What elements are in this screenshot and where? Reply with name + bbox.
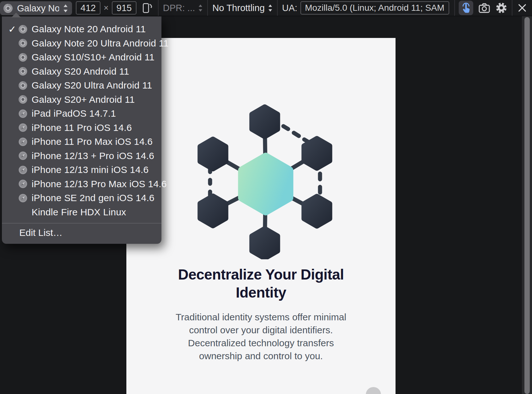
chrome-icon xyxy=(18,81,32,90)
safari-icon xyxy=(18,165,32,175)
device-menu-item[interactable]: iPhone 11 Pro Max iOS 14.6 xyxy=(2,135,161,149)
device-menu-item-label: iPhone 11 Pro Max iOS 14.6 xyxy=(32,136,153,147)
device-dropdown-menu: ✓Galaxy Note 20 Android 11Galaxy Note 20… xyxy=(2,16,161,244)
scrollbar-track[interactable] xyxy=(522,16,532,394)
hexagon-network-illustration xyxy=(126,38,396,259)
toolbar-divider xyxy=(454,0,455,16)
rotate-viewport-button[interactable] xyxy=(140,1,154,15)
viewport-height-input[interactable] xyxy=(112,1,136,15)
camera-icon xyxy=(478,2,491,14)
device-menu-item-label: iPad iPadOS 14.7.1 xyxy=(32,108,116,119)
viewport-width-input[interactable] xyxy=(76,1,100,15)
touch-icon xyxy=(461,2,471,14)
device-menu-item[interactable]: iPhone 11 Pro iOS 14.6 xyxy=(2,121,161,135)
device-menu-item[interactable]: Kindle Fire HDX Linux xyxy=(2,205,161,219)
chrome-icon xyxy=(18,53,32,62)
device-select-button[interactable]: Galaxy Note... xyxy=(0,1,72,15)
chrome-icon xyxy=(18,67,32,76)
user-agent-input[interactable] xyxy=(300,1,449,15)
dropdown-arrow-notch xyxy=(11,13,21,17)
throttling-label: No Throttling xyxy=(212,3,265,13)
device-toolbar: Galaxy Note... × DPR: ... No Throttling … xyxy=(0,0,532,16)
device-menu-item[interactable]: iPhone 12/13 + Pro iOS 14.6 xyxy=(2,149,161,163)
device-menu-item[interactable]: iPhone SE 2nd gen iOS 14.6 xyxy=(2,191,161,205)
device-menu-item-label: iPhone SE 2nd gen iOS 14.6 xyxy=(32,193,154,203)
device-menu-item-label: Galaxy Note 20 Ultra Android 11 xyxy=(32,38,169,49)
checkmark-icon: ✓ xyxy=(2,24,18,35)
device-menu-item-label: Galaxy S20 Ultra Android 11 xyxy=(32,80,152,91)
paragraph-line: ownership and control to you. xyxy=(163,349,359,362)
chrome-icon xyxy=(18,39,32,48)
device-menu-item[interactable]: Galaxy S10/S10+ Android 11 xyxy=(2,50,161,65)
device-menu-item-label: Kindle Fire HDX Linux xyxy=(32,207,126,218)
device-menu-item-label: iPhone 12/13 + Pro iOS 14.6 xyxy=(32,151,154,161)
device-menu-item-label: iPhone 11 Pro iOS 14.6 xyxy=(32,122,132,133)
toolbar-divider xyxy=(277,0,278,16)
device-menu-item[interactable]: Galaxy S20+ Android 11 xyxy=(2,93,161,107)
close-icon xyxy=(517,3,527,13)
safari-icon xyxy=(18,109,32,118)
emulated-device-viewport: Decentralize Your Digital Identity Tradi… xyxy=(126,38,396,394)
page-title: Decentralize Your Digital Identity xyxy=(163,266,359,302)
safari-icon xyxy=(18,194,32,203)
close-device-mode-button[interactable] xyxy=(515,1,529,15)
chrome-icon xyxy=(18,95,32,104)
device-menu-item[interactable]: Galaxy S20 Android 11 xyxy=(2,65,161,79)
device-menu-item-label: Galaxy S10/S10+ Android 11 xyxy=(32,52,154,63)
updown-arrows-icon xyxy=(63,4,68,13)
safari-icon xyxy=(18,123,32,132)
device-menu-item-label: Galaxy S20+ Android 11 xyxy=(32,94,135,105)
dpr-label: DPR: ... xyxy=(163,3,195,13)
paragraph-line: Decentralized technology transfers xyxy=(163,336,359,349)
safari-icon xyxy=(18,137,32,146)
updown-arrows-icon xyxy=(198,4,203,12)
device-menu-item[interactable]: Galaxy S20 Ultra Android 11 xyxy=(2,78,161,93)
device-menu-item[interactable]: ✓Galaxy Note 20 Android 11 xyxy=(2,22,161,36)
dpr-select[interactable]: DPR: ... xyxy=(163,3,203,13)
screenshot-button[interactable] xyxy=(477,1,492,15)
settings-button[interactable] xyxy=(494,1,509,15)
touch-emulation-button[interactable] xyxy=(459,1,473,15)
chrome-icon xyxy=(18,25,32,34)
device-menu-item[interactable]: Galaxy Note 20 Ultra Android 11 xyxy=(2,36,161,51)
ua-label: UA: xyxy=(282,3,297,13)
toolbar-divider xyxy=(158,0,159,16)
device-menu-item[interactable]: iPhone 12/13 mini iOS 14.6 xyxy=(2,163,161,177)
intro-paragraph: Traditional identity systems offer minim… xyxy=(163,311,359,362)
gear-icon xyxy=(495,2,508,14)
device-menu-items: ✓Galaxy Note 20 Android 11Galaxy Note 20… xyxy=(2,22,161,219)
device-menu-item[interactable]: iPad iPadOS 14.7.1 xyxy=(2,107,161,121)
device-menu-item-label: Galaxy Note 20 Android 11 xyxy=(32,24,146,34)
throttling-select[interactable]: No Throttling xyxy=(212,3,273,13)
device-menu-item-label: iPhone 12/13 mini iOS 14.6 xyxy=(32,164,148,175)
paragraph-line: Traditional identity systems offer minim… xyxy=(163,311,359,323)
device-menu-item[interactable]: iPhone 12/13 Pro Max iOS 14.6 xyxy=(2,177,161,191)
edit-list-item[interactable]: Edit List… xyxy=(2,224,161,242)
device-menu-item-label: Galaxy S20 Android 11 xyxy=(32,66,129,77)
next-section-illustration-peek xyxy=(366,387,381,394)
safari-icon xyxy=(18,179,32,188)
dimension-separator: × xyxy=(104,3,109,13)
toolbar-divider xyxy=(512,0,512,16)
scrollbar-thumb[interactable] xyxy=(524,17,530,394)
paragraph-line: control over your digital identifiers. xyxy=(163,323,359,336)
device-select-label: Galaxy Note... xyxy=(17,3,59,14)
toolbar-divider xyxy=(207,0,208,16)
chrome-icon xyxy=(3,3,13,13)
edit-list-label: Edit List… xyxy=(19,227,63,238)
device-menu-item-label: iPhone 12/13 Pro Max iOS 14.6 xyxy=(32,179,167,189)
updown-arrows-icon xyxy=(268,4,273,12)
safari-icon xyxy=(18,151,32,160)
